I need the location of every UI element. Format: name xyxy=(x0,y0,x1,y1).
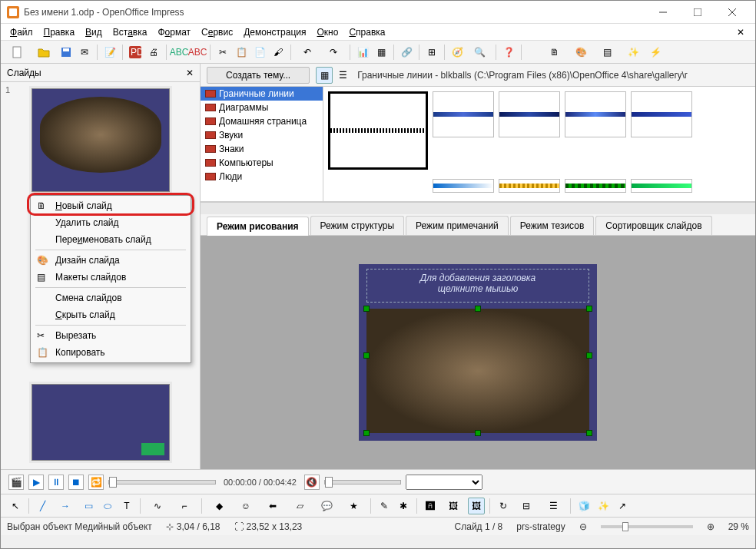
menu-insert[interactable]: Вставка xyxy=(108,25,152,39)
save-button[interactable] xyxy=(58,44,75,61)
ctx-slide-layouts[interactable]: ▤Макеты слайдов xyxy=(32,269,189,286)
gallery-item[interactable] xyxy=(631,91,692,137)
auto-spellcheck-button[interactable]: ABC xyxy=(189,44,206,61)
select-tool[interactable]: ↖ xyxy=(7,498,24,514)
maximize-button[interactable] xyxy=(680,1,715,24)
slides-panel-close-icon[interactable]: ✕ xyxy=(186,68,194,78)
gallery-category[interactable]: Домашняя страница xyxy=(201,114,323,128)
slide-layout-button[interactable]: ▤ xyxy=(595,44,619,61)
email-button[interactable]: ✉ xyxy=(76,44,93,61)
stars-tool[interactable]: ★ xyxy=(341,498,366,514)
slide-thumbnail-1[interactable] xyxy=(32,88,170,192)
interaction-button[interactable]: ⚡ xyxy=(647,44,664,61)
create-theme-button[interactable]: Создать тему... xyxy=(207,67,310,84)
zoom-out-button[interactable]: ⊖ xyxy=(579,521,587,532)
ctx-hide-slide[interactable]: Скрыть слайд xyxy=(32,306,189,323)
media-mute-button[interactable]: 🔇 xyxy=(304,475,320,490)
fontwork-tool[interactable]: 🅰 xyxy=(422,498,439,514)
menu-help[interactable]: Справка xyxy=(344,25,390,39)
media-zoom-select[interactable] xyxy=(406,475,482,490)
chart-button[interactable]: 📊 xyxy=(354,44,371,61)
ellipse-tool[interactable]: ⬭ xyxy=(99,498,116,514)
ctx-slide-transition[interactable]: Смена слайдов xyxy=(32,289,189,306)
gallery-icons-view-button[interactable]: ▦ xyxy=(316,67,333,84)
title-placeholder[interactable]: Для добавления заголовка щелкните мышью xyxy=(366,269,589,303)
rect-tool[interactable]: ▭ xyxy=(80,498,97,514)
gallery-category[interactable]: Звуки xyxy=(201,128,323,142)
gallery-item[interactable] xyxy=(433,91,494,137)
tab-handout[interactable]: Режим тезисов xyxy=(510,216,595,235)
callouts-tool[interactable]: 💬 xyxy=(314,498,339,514)
zoom-in-button[interactable]: ⊕ xyxy=(707,521,715,532)
pdf-export-button[interactable]: PDF xyxy=(127,44,144,61)
connector-tool[interactable]: ⌐ xyxy=(172,498,197,514)
line-tool[interactable]: ╱ xyxy=(34,498,51,514)
gallery-item[interactable] xyxy=(499,91,560,137)
hyperlink-button[interactable]: 🔗 xyxy=(398,44,415,61)
print-button[interactable]: 🖨 xyxy=(145,44,162,61)
gallery-item[interactable] xyxy=(565,91,626,137)
close-button[interactable] xyxy=(715,1,749,24)
tab-outline[interactable]: Режим структуры xyxy=(310,216,405,235)
ctx-copy[interactable]: 📋Копировать xyxy=(32,344,189,361)
extrusion-tool[interactable]: 🧊 xyxy=(575,498,592,514)
gallery-category[interactable]: Компьютеры xyxy=(201,156,323,170)
text-tool[interactable]: T xyxy=(118,498,135,514)
animation-button[interactable]: ✨ xyxy=(621,44,645,61)
rotate-tool[interactable]: ↻ xyxy=(495,498,512,514)
media-loop-button[interactable]: 🔁 xyxy=(88,475,104,490)
media-stop-button[interactable]: ⏹ xyxy=(68,475,84,490)
menu-file[interactable]: Файл xyxy=(5,25,38,39)
arrange-tool[interactable]: ☰ xyxy=(541,498,565,514)
menu-slideshow[interactable]: Демонстрация xyxy=(239,25,310,39)
gallery-scrollbar[interactable] xyxy=(201,202,755,214)
spellcheck-button[interactable]: ABC xyxy=(171,44,187,61)
gallery-category[interactable]: Граничные линии xyxy=(201,87,323,101)
block-arrows-tool[interactable]: ⬅ xyxy=(260,498,285,514)
points-tool[interactable]: ✎ xyxy=(376,498,393,514)
media-insert-button[interactable]: 🎬 xyxy=(8,475,24,490)
slide-canvas[interactable]: Для добавления заголовка щелкните мышью xyxy=(201,236,755,469)
tab-notes[interactable]: Режим примечаний xyxy=(406,216,509,235)
menu-view[interactable]: Вид xyxy=(81,25,107,39)
media-volume-slider[interactable] xyxy=(324,480,401,485)
zoom-slider[interactable] xyxy=(601,525,693,528)
ctx-delete-slide[interactable]: Удалить слайд xyxy=(32,214,189,231)
minimize-button[interactable] xyxy=(645,1,680,24)
format-paintbrush-button[interactable]: 🖌 xyxy=(270,44,287,61)
gallery-item[interactable] xyxy=(499,179,560,193)
gluepoints-tool[interactable]: ✱ xyxy=(395,498,412,514)
media-position-slider[interactable] xyxy=(108,480,216,485)
copy-button[interactable]: 📋 xyxy=(233,44,250,61)
zoom-value[interactable]: 29 % xyxy=(728,521,749,532)
flowchart-tool[interactable]: ▱ xyxy=(287,498,312,514)
curve-tool[interactable]: ∿ xyxy=(145,498,170,514)
edit-mode-button[interactable]: 📝 xyxy=(101,44,118,61)
tab-drawing[interactable]: Режим рисования xyxy=(207,217,309,236)
cut-button[interactable]: ✂ xyxy=(214,44,231,61)
open-button[interactable] xyxy=(32,44,56,61)
align-tool[interactable]: ⊟ xyxy=(514,498,539,514)
basic-shapes-tool[interactable]: ◆ xyxy=(207,498,231,514)
interaction-tool[interactable]: ✨ xyxy=(595,498,612,514)
symbol-shapes-tool[interactable]: ☺ xyxy=(234,498,258,514)
menu-edit[interactable]: Правка xyxy=(39,25,80,39)
gallery-item[interactable] xyxy=(328,91,428,170)
ctx-cut[interactable]: ✂Вырезать xyxy=(32,327,189,344)
gallery-tool[interactable]: 🖼 xyxy=(468,498,485,514)
media-play-button[interactable]: ▶ xyxy=(28,475,44,490)
menu-tools[interactable]: Сервис xyxy=(197,25,237,39)
help-button[interactable]: ❓ xyxy=(500,44,517,61)
menu-window[interactable]: Окно xyxy=(313,25,343,39)
slide-button[interactable]: 🗎 xyxy=(542,44,567,61)
zoom-button[interactable]: 🔍 xyxy=(467,44,492,61)
new-doc-button[interactable] xyxy=(5,44,30,61)
grid-button[interactable]: ⊞ xyxy=(423,44,440,61)
gallery-category[interactable]: Диаграммы xyxy=(201,101,323,114)
redo-button[interactable]: ↷ xyxy=(321,44,346,61)
animation-tool[interactable]: ↗ xyxy=(614,498,631,514)
gallery-item[interactable] xyxy=(433,179,494,193)
gallery-list-view-button[interactable]: ☰ xyxy=(334,67,351,84)
arrow-tool[interactable]: → xyxy=(53,498,78,514)
paste-button[interactable]: 📄 xyxy=(251,44,268,61)
